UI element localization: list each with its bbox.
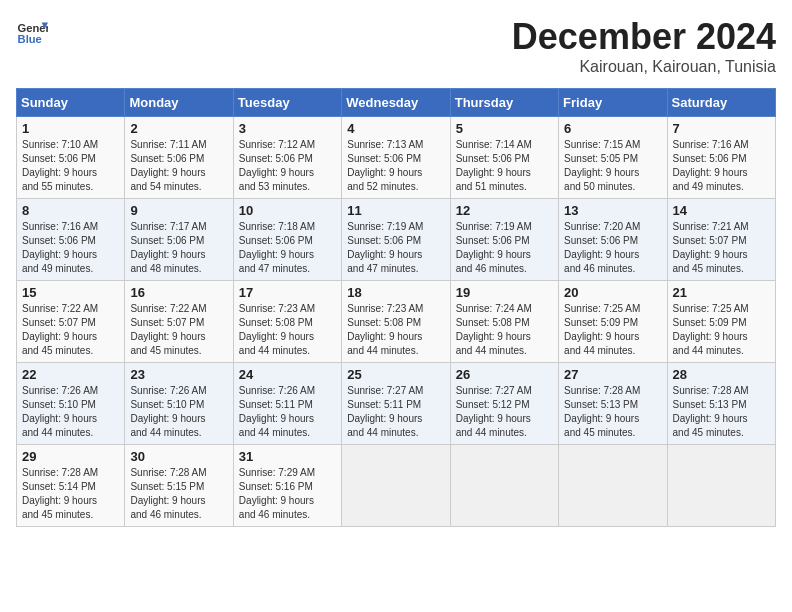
table-row: 10Sunrise: 7:18 AMSunset: 5:06 PMDayligh… — [233, 199, 341, 281]
table-row: 7Sunrise: 7:16 AMSunset: 5:06 PMDaylight… — [667, 117, 775, 199]
day-info: Sunrise: 7:24 AMSunset: 5:08 PMDaylight:… — [456, 302, 553, 358]
day-info: Sunrise: 7:14 AMSunset: 5:06 PMDaylight:… — [456, 138, 553, 194]
day-number: 3 — [239, 121, 336, 136]
day-info: Sunrise: 7:16 AMSunset: 5:06 PMDaylight:… — [22, 220, 119, 276]
day-number: 18 — [347, 285, 444, 300]
table-row: 28Sunrise: 7:28 AMSunset: 5:13 PMDayligh… — [667, 363, 775, 445]
day-number: 17 — [239, 285, 336, 300]
day-info: Sunrise: 7:13 AMSunset: 5:06 PMDaylight:… — [347, 138, 444, 194]
day-number: 10 — [239, 203, 336, 218]
day-info: Sunrise: 7:12 AMSunset: 5:06 PMDaylight:… — [239, 138, 336, 194]
table-row: 15Sunrise: 7:22 AMSunset: 5:07 PMDayligh… — [17, 281, 125, 363]
table-row: 6Sunrise: 7:15 AMSunset: 5:05 PMDaylight… — [559, 117, 667, 199]
day-number: 8 — [22, 203, 119, 218]
table-row: 29Sunrise: 7:28 AMSunset: 5:14 PMDayligh… — [17, 445, 125, 527]
day-info: Sunrise: 7:27 AMSunset: 5:12 PMDaylight:… — [456, 384, 553, 440]
calendar-title: December 2024 — [512, 16, 776, 58]
day-number: 11 — [347, 203, 444, 218]
day-number: 16 — [130, 285, 227, 300]
day-number: 22 — [22, 367, 119, 382]
day-number: 31 — [239, 449, 336, 464]
page-header: General Blue December 2024 Kairouan, Kai… — [16, 16, 776, 76]
table-row — [667, 445, 775, 527]
table-row: 1Sunrise: 7:10 AMSunset: 5:06 PMDaylight… — [17, 117, 125, 199]
table-row: 4Sunrise: 7:13 AMSunset: 5:06 PMDaylight… — [342, 117, 450, 199]
day-info: Sunrise: 7:29 AMSunset: 5:16 PMDaylight:… — [239, 466, 336, 522]
table-row: 27Sunrise: 7:28 AMSunset: 5:13 PMDayligh… — [559, 363, 667, 445]
day-info: Sunrise: 7:28 AMSunset: 5:15 PMDaylight:… — [130, 466, 227, 522]
header-tuesday: Tuesday — [233, 89, 341, 117]
day-number: 24 — [239, 367, 336, 382]
table-row: 11Sunrise: 7:19 AMSunset: 5:06 PMDayligh… — [342, 199, 450, 281]
day-info: Sunrise: 7:26 AMSunset: 5:10 PMDaylight:… — [130, 384, 227, 440]
table-row: 20Sunrise: 7:25 AMSunset: 5:09 PMDayligh… — [559, 281, 667, 363]
day-info: Sunrise: 7:28 AMSunset: 5:13 PMDaylight:… — [673, 384, 770, 440]
calendar-header: Sunday Monday Tuesday Wednesday Thursday… — [17, 89, 776, 117]
day-number: 21 — [673, 285, 770, 300]
header-sunday: Sunday — [17, 89, 125, 117]
table-row: 21Sunrise: 7:25 AMSunset: 5:09 PMDayligh… — [667, 281, 775, 363]
table-row: 31Sunrise: 7:29 AMSunset: 5:16 PMDayligh… — [233, 445, 341, 527]
logo: General Blue — [16, 16, 48, 48]
day-info: Sunrise: 7:10 AMSunset: 5:06 PMDaylight:… — [22, 138, 119, 194]
table-row: 8Sunrise: 7:16 AMSunset: 5:06 PMDaylight… — [17, 199, 125, 281]
day-number: 2 — [130, 121, 227, 136]
table-row: 13Sunrise: 7:20 AMSunset: 5:06 PMDayligh… — [559, 199, 667, 281]
day-info: Sunrise: 7:15 AMSunset: 5:05 PMDaylight:… — [564, 138, 661, 194]
day-info: Sunrise: 7:26 AMSunset: 5:11 PMDaylight:… — [239, 384, 336, 440]
calendar-subtitle: Kairouan, Kairouan, Tunisia — [512, 58, 776, 76]
day-number: 26 — [456, 367, 553, 382]
calendar-table: Sunday Monday Tuesday Wednesday Thursday… — [16, 88, 776, 527]
header-friday: Friday — [559, 89, 667, 117]
table-row: 18Sunrise: 7:23 AMSunset: 5:08 PMDayligh… — [342, 281, 450, 363]
day-info: Sunrise: 7:26 AMSunset: 5:10 PMDaylight:… — [22, 384, 119, 440]
day-info: Sunrise: 7:16 AMSunset: 5:06 PMDaylight:… — [673, 138, 770, 194]
day-number: 29 — [22, 449, 119, 464]
day-number: 28 — [673, 367, 770, 382]
table-row: 3Sunrise: 7:12 AMSunset: 5:06 PMDaylight… — [233, 117, 341, 199]
day-info: Sunrise: 7:19 AMSunset: 5:06 PMDaylight:… — [347, 220, 444, 276]
day-number: 19 — [456, 285, 553, 300]
day-number: 6 — [564, 121, 661, 136]
day-info: Sunrise: 7:17 AMSunset: 5:06 PMDaylight:… — [130, 220, 227, 276]
day-number: 9 — [130, 203, 227, 218]
table-row: 17Sunrise: 7:23 AMSunset: 5:08 PMDayligh… — [233, 281, 341, 363]
table-row: 12Sunrise: 7:19 AMSunset: 5:06 PMDayligh… — [450, 199, 558, 281]
title-section: December 2024 Kairouan, Kairouan, Tunisi… — [512, 16, 776, 76]
day-info: Sunrise: 7:28 AMSunset: 5:13 PMDaylight:… — [564, 384, 661, 440]
day-info: Sunrise: 7:20 AMSunset: 5:06 PMDaylight:… — [564, 220, 661, 276]
table-row: 30Sunrise: 7:28 AMSunset: 5:15 PMDayligh… — [125, 445, 233, 527]
day-number: 20 — [564, 285, 661, 300]
table-row: 5Sunrise: 7:14 AMSunset: 5:06 PMDaylight… — [450, 117, 558, 199]
header-saturday: Saturday — [667, 89, 775, 117]
table-row: 23Sunrise: 7:26 AMSunset: 5:10 PMDayligh… — [125, 363, 233, 445]
day-number: 27 — [564, 367, 661, 382]
header-monday: Monday — [125, 89, 233, 117]
table-row — [559, 445, 667, 527]
logo-icon: General Blue — [16, 16, 48, 48]
day-info: Sunrise: 7:21 AMSunset: 5:07 PMDaylight:… — [673, 220, 770, 276]
svg-text:Blue: Blue — [18, 33, 42, 45]
day-number: 25 — [347, 367, 444, 382]
table-row: 24Sunrise: 7:26 AMSunset: 5:11 PMDayligh… — [233, 363, 341, 445]
day-info: Sunrise: 7:23 AMSunset: 5:08 PMDaylight:… — [239, 302, 336, 358]
header-wednesday: Wednesday — [342, 89, 450, 117]
table-row — [342, 445, 450, 527]
day-number: 14 — [673, 203, 770, 218]
table-row: 14Sunrise: 7:21 AMSunset: 5:07 PMDayligh… — [667, 199, 775, 281]
table-row: 25Sunrise: 7:27 AMSunset: 5:11 PMDayligh… — [342, 363, 450, 445]
day-number: 5 — [456, 121, 553, 136]
day-number: 12 — [456, 203, 553, 218]
table-row: 19Sunrise: 7:24 AMSunset: 5:08 PMDayligh… — [450, 281, 558, 363]
table-row: 16Sunrise: 7:22 AMSunset: 5:07 PMDayligh… — [125, 281, 233, 363]
table-row: 26Sunrise: 7:27 AMSunset: 5:12 PMDayligh… — [450, 363, 558, 445]
header-thursday: Thursday — [450, 89, 558, 117]
day-info: Sunrise: 7:28 AMSunset: 5:14 PMDaylight:… — [22, 466, 119, 522]
day-number: 15 — [22, 285, 119, 300]
day-info: Sunrise: 7:22 AMSunset: 5:07 PMDaylight:… — [130, 302, 227, 358]
day-info: Sunrise: 7:22 AMSunset: 5:07 PMDaylight:… — [22, 302, 119, 358]
day-number: 13 — [564, 203, 661, 218]
table-row: 2Sunrise: 7:11 AMSunset: 5:06 PMDaylight… — [125, 117, 233, 199]
day-number: 23 — [130, 367, 227, 382]
day-info: Sunrise: 7:11 AMSunset: 5:06 PMDaylight:… — [130, 138, 227, 194]
